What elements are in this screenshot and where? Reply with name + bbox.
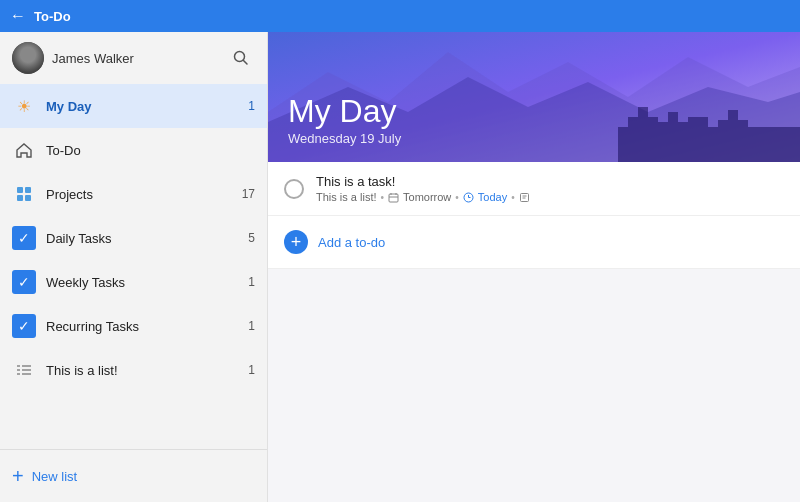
search-icon	[233, 50, 249, 66]
sidebar-item-badge: 1	[248, 363, 255, 377]
sidebar-item-daily-tasks[interactable]: ✓ Daily Tasks 5	[0, 216, 267, 260]
task-content: This is a task! This is a list! • Tomorr…	[316, 174, 784, 203]
sidebar-item-label: Weekly Tasks	[46, 275, 248, 290]
list-icon	[12, 358, 36, 382]
sidebar-item-label: My Day	[46, 99, 248, 114]
avatar	[12, 42, 44, 74]
svg-rect-3	[25, 187, 31, 193]
task-checkbox[interactable]	[284, 179, 304, 199]
task-list-name: This is a list!	[316, 191, 377, 203]
check-icon: ✓	[12, 314, 36, 338]
new-list-label: New list	[32, 469, 78, 484]
task-due-icon	[388, 192, 399, 203]
sidebar-item-recurring-tasks[interactable]: ✓ Recurring Tasks 1	[0, 304, 267, 348]
svg-rect-13	[389, 194, 398, 202]
sidebar-item-projects[interactable]: Projects 17	[0, 172, 267, 216]
back-button[interactable]: ←	[10, 7, 26, 25]
sidebar-item-badge: 17	[242, 187, 255, 201]
plus-circle-icon: +	[284, 230, 308, 254]
grid-icon	[12, 182, 36, 206]
sidebar: James Walker ☀ My Day 1	[0, 32, 268, 502]
sidebar-item-my-day[interactable]: ☀ My Day 1	[0, 84, 267, 128]
add-todo-button[interactable]: + Add a to-do	[268, 216, 800, 269]
sidebar-item-badge: 1	[248, 275, 255, 289]
sidebar-item-this-is-a-list[interactable]: This is a list! 1	[0, 348, 267, 392]
user-name: James Walker	[52, 51, 134, 66]
sidebar-item-label: Daily Tasks	[46, 231, 248, 246]
page-title: My Day	[288, 94, 780, 129]
task-note-icon	[519, 192, 530, 203]
task-list: This is a task! This is a list! • Tomorr…	[268, 162, 800, 502]
sun-icon: ☀	[12, 94, 36, 118]
svg-line-1	[244, 61, 248, 65]
main-header: My Day Wednesday 19 July	[268, 32, 800, 162]
task-due: Tomorrow	[403, 191, 451, 203]
page-subtitle: Wednesday 19 July	[288, 131, 780, 146]
sidebar-item-label: Recurring Tasks	[46, 319, 248, 334]
svg-rect-2	[17, 187, 23, 193]
dot-separator: •	[381, 192, 385, 203]
dot-separator: •	[455, 192, 459, 203]
sidebar-item-label: Projects	[46, 187, 242, 202]
sidebar-item-label: To-Do	[46, 143, 255, 158]
task-reminder: Today	[478, 191, 507, 203]
task-title: This is a task!	[316, 174, 784, 189]
plus-icon: +	[12, 466, 24, 486]
sidebar-item-badge: 5	[248, 231, 255, 245]
app-title: To-Do	[34, 9, 71, 24]
sidebar-item-to-do[interactable]: To-Do	[0, 128, 267, 172]
title-bar: ← To-Do	[0, 0, 800, 32]
task-reminder-icon	[463, 192, 474, 203]
svg-rect-4	[17, 195, 23, 201]
sidebar-item-badge: 1	[248, 99, 255, 113]
table-row: This is a task! This is a list! • Tomorr…	[268, 162, 800, 216]
home-icon	[12, 138, 36, 162]
sidebar-item-weekly-tasks[interactable]: ✓ Weekly Tasks 1	[0, 260, 267, 304]
sidebar-item-badge: 1	[248, 319, 255, 333]
sidebar-footer: + New list	[0, 449, 267, 502]
sidebar-item-label: This is a list!	[46, 363, 248, 378]
dot-separator: •	[511, 192, 515, 203]
main-content: My Day Wednesday 19 July This is a task!…	[268, 32, 800, 502]
svg-rect-5	[25, 195, 31, 201]
avatar-image	[12, 42, 44, 74]
app-body: James Walker ☀ My Day 1	[0, 32, 800, 502]
add-todo-label: Add a to-do	[318, 235, 385, 250]
check-icon: ✓	[12, 270, 36, 294]
sidebar-nav: ☀ My Day 1 To-Do	[0, 84, 267, 449]
user-info: James Walker	[12, 42, 134, 74]
check-icon: ✓	[12, 226, 36, 250]
new-list-button[interactable]: + New list	[12, 458, 255, 494]
sidebar-header: James Walker	[0, 32, 267, 84]
search-button[interactable]	[227, 44, 255, 72]
task-meta: This is a list! • Tomorrow • Today •	[316, 191, 784, 203]
